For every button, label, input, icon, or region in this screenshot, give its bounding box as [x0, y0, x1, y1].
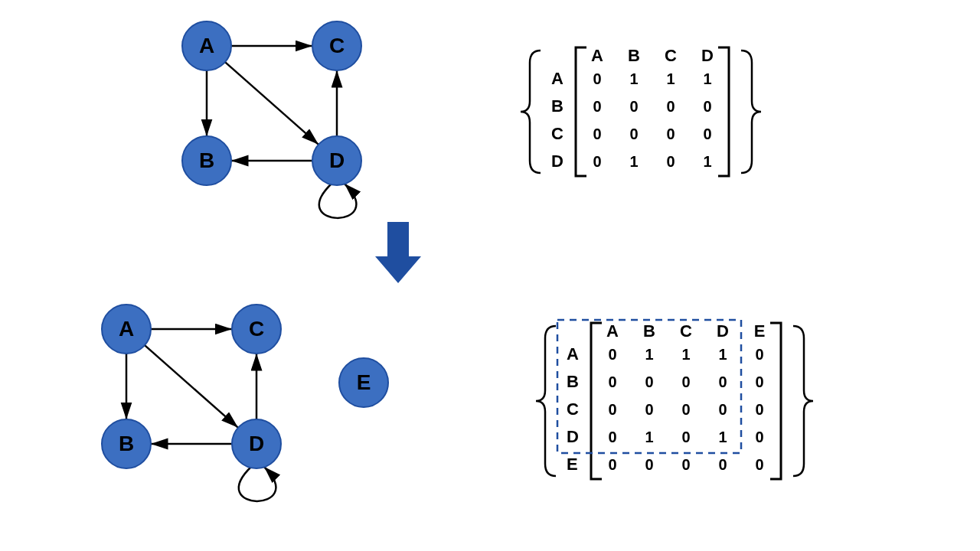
matrix-cell-D-A: 0 [593, 153, 601, 170]
matrix-row-C: C [551, 124, 564, 143]
matrix-col-D: D [701, 46, 714, 65]
matrix-row-D: D [567, 427, 579, 446]
matrix-cell-D-D: 1 [703, 153, 711, 170]
graph-bottom: ABCDE [102, 305, 388, 501]
matrix-cell-D-D: 1 [718, 429, 727, 445]
matrix-row-B: B [567, 372, 579, 391]
node-D-label: D [329, 148, 345, 172]
node-C: C [232, 305, 281, 354]
matrix-bottom: ABCDEA01110B00000C00000D01010E00000 [536, 320, 813, 479]
matrix-row-A: A [567, 344, 579, 364]
matrix-cell-D-A: 0 [608, 429, 616, 445]
edge-D-D [319, 183, 356, 218]
node-C: C [312, 21, 361, 70]
matrix-bracket-left [576, 47, 586, 176]
matrix-row-C: C [567, 399, 579, 419]
matrix-row-E: E [567, 455, 578, 474]
matrix-cell-A-D: 1 [703, 70, 711, 87]
matrix-cell-B-B: 0 [629, 98, 638, 115]
matrix-cell-C-A: 0 [593, 126, 601, 142]
matrix-brace-left [536, 326, 556, 476]
matrix-cell-B-E: 0 [755, 373, 763, 390]
matrix-cell-A-C: 1 [681, 346, 690, 363]
edge-A-D [225, 62, 318, 145]
edge-A-D [145, 345, 238, 428]
matrix-col-A: A [606, 321, 619, 341]
matrix-cell-B-A: 0 [608, 373, 616, 390]
node-D: D [312, 136, 361, 185]
matrix-cell-C-B: 0 [645, 401, 653, 418]
matrix-cell-B-C: 0 [666, 98, 675, 115]
matrix-cell-B-D: 0 [703, 98, 711, 115]
matrix-cell-C-E: 0 [755, 401, 763, 418]
matrix-cell-A-A: 0 [593, 70, 601, 87]
matrix-col-E: E [754, 321, 766, 341]
matrix-col-D: D [717, 321, 729, 341]
node-B-label: B [119, 432, 134, 455]
matrix-row-B: B [551, 96, 564, 116]
node-E: E [339, 358, 388, 407]
transition-arrow-icon [375, 222, 421, 283]
edge-D-D [239, 466, 276, 501]
node-E-label: E [357, 370, 371, 394]
matrix-cell-E-B: 0 [645, 456, 653, 473]
matrix-cell-D-C: 0 [681, 429, 690, 445]
node-B: B [102, 419, 151, 468]
matrix-cell-A-A: 0 [608, 346, 616, 363]
matrix-cell-D-B: 1 [629, 153, 638, 170]
matrix-cell-C-C: 0 [681, 401, 690, 418]
node-D-label: D [249, 432, 264, 455]
node-B-label: B [199, 148, 214, 172]
node-C-label: C [249, 317, 264, 341]
matrix-col-A: A [591, 46, 603, 65]
matrix-cell-A-E: 0 [755, 346, 763, 363]
matrix-col-C: C [680, 321, 692, 341]
matrix-bracket-right [718, 47, 729, 176]
matrix-row-D: D [551, 152, 564, 171]
matrix-brace-right [741, 51, 761, 173]
matrix-cell-C-C: 0 [666, 126, 675, 142]
matrix-cell-C-D: 0 [718, 401, 727, 418]
matrix-brace-left [521, 51, 541, 173]
matrix-cell-D-B: 1 [645, 429, 653, 445]
matrix-cell-D-E: 0 [755, 429, 763, 445]
matrix-cell-B-C: 0 [681, 373, 690, 390]
matrix-cell-C-A: 0 [608, 401, 616, 418]
matrix-col-B: B [628, 46, 640, 65]
node-A-label: A [199, 34, 214, 57]
matrix-cell-C-D: 0 [703, 126, 711, 142]
matrix-cell-C-B: 0 [629, 126, 638, 142]
matrix-cell-B-B: 0 [645, 373, 653, 390]
matrix-cell-A-D: 1 [718, 346, 727, 363]
matrix-cell-A-C: 1 [666, 70, 675, 87]
matrix-brace-right [793, 326, 813, 476]
matrix-cell-A-B: 1 [629, 70, 638, 87]
node-A-label: A [119, 317, 134, 341]
node-A: A [102, 305, 151, 354]
matrix-cell-B-D: 0 [718, 373, 727, 390]
matrix-col-B: B [643, 321, 655, 341]
matrix-cell-E-E: 0 [755, 456, 763, 473]
graph-top: ABCD [182, 21, 361, 218]
matrix-cell-D-C: 0 [666, 153, 675, 170]
node-D: D [232, 419, 281, 468]
node-B: B [182, 136, 231, 185]
matrix-bracket-right [770, 323, 781, 479]
matrix-bracket-left [591, 323, 602, 479]
matrix-cell-A-B: 1 [645, 346, 653, 363]
matrix-top: ABCDA0111B0000C0000D0101 [521, 46, 761, 176]
matrix-cell-E-C: 0 [681, 456, 690, 473]
matrix-row-A: A [551, 69, 564, 88]
matrix-cell-B-A: 0 [593, 98, 601, 115]
node-A: A [182, 21, 231, 70]
matrix-cell-E-D: 0 [718, 456, 727, 473]
node-C-label: C [329, 34, 345, 57]
matrix-cell-E-A: 0 [608, 456, 616, 473]
matrix-col-C: C [665, 46, 677, 65]
